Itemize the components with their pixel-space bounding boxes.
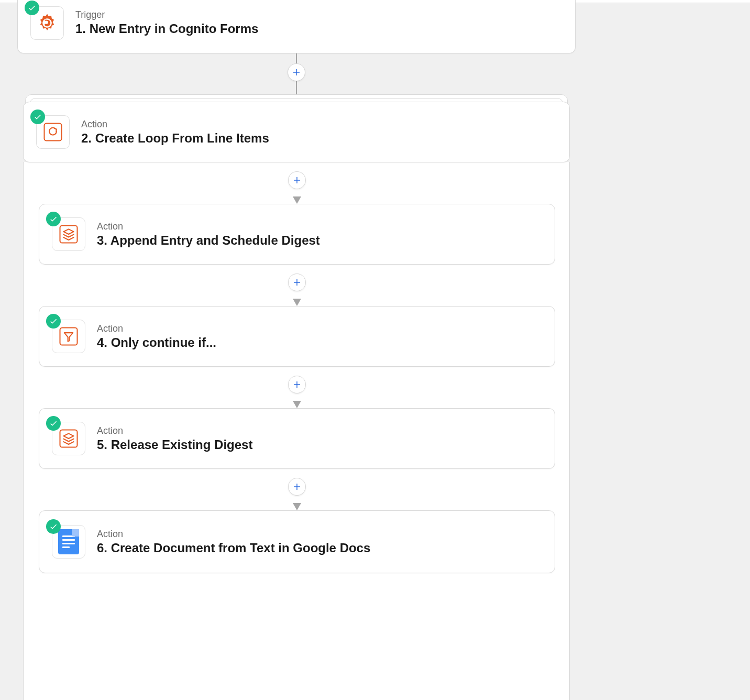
step-type-label: Action (97, 425, 252, 436)
add-step-button[interactable] (288, 478, 306, 496)
step-title: 2. Create Loop From Line Items (81, 131, 269, 146)
step-trigger[interactable]: Trigger 1. New Entry in Cognito Forms (17, 0, 576, 53)
step-text: Trigger 1. New Entry in Cognito Forms (75, 9, 258, 36)
workflow-canvas: Trigger 1. New Entry in Cognito Forms Ac… (0, 0, 750, 700)
app-icon-google-docs (52, 525, 85, 559)
status-check-icon (25, 1, 39, 15)
google-docs-icon (58, 529, 79, 554)
step-text: Action 5. Release Existing Digest (97, 425, 252, 452)
arrow-down-icon (293, 401, 301, 408)
step-title: 3. Append Entry and Schedule Digest (97, 233, 320, 248)
step-text: Action 6. Create Document from Text in G… (97, 529, 370, 555)
status-check-icon (46, 416, 61, 431)
step-title: 6. Create Document from Text in Google D… (97, 541, 370, 555)
step-action-google-docs[interactable]: Action 6. Create Document from Text in G… (39, 510, 555, 573)
status-check-icon (46, 212, 61, 226)
step-title: 4. Only continue if... (97, 335, 216, 350)
step-type-label: Action (97, 221, 320, 232)
app-icon-cognito (30, 6, 64, 40)
plus-icon (292, 482, 302, 491)
step-loop[interactable]: Action 2. Create Loop From Line Items (23, 102, 570, 162)
step-text: Action 3. Append Entry and Schedule Dige… (97, 221, 320, 248)
plus-icon (292, 278, 302, 287)
step-text: Action 4. Only continue if... (97, 323, 216, 350)
step-action-release-digest[interactable]: Action 5. Release Existing Digest (39, 408, 555, 469)
step-action-filter[interactable]: Action 4. Only continue if... (39, 306, 555, 367)
step-type-label: Action (97, 529, 370, 540)
add-step-button[interactable] (288, 274, 306, 291)
status-check-icon (30, 110, 45, 124)
app-icon-loop (36, 115, 70, 149)
app-icon-filter (52, 320, 85, 353)
step-action-append-digest[interactable]: Action 3. Append Entry and Schedule Dige… (39, 204, 555, 265)
digest-stack-icon (57, 427, 80, 450)
cognito-gear-icon (36, 12, 59, 35)
plus-icon (292, 380, 302, 389)
arrow-down-icon (293, 299, 301, 306)
add-step-button[interactable] (288, 376, 306, 393)
step-type-label: Action (97, 323, 216, 334)
step-text: Action 2. Create Loop From Line Items (81, 119, 269, 146)
app-icon-digest (52, 422, 85, 455)
svg-rect-0 (45, 124, 62, 141)
loop-icon (41, 121, 64, 144)
plus-icon (292, 68, 301, 77)
svg-rect-2 (60, 328, 78, 345)
status-check-icon (46, 314, 61, 329)
step-title: 5. Release Existing Digest (97, 438, 252, 452)
arrow-down-icon (293, 503, 301, 510)
add-step-button[interactable] (288, 171, 306, 189)
step-type-label: Action (81, 119, 269, 130)
status-check-icon (46, 519, 61, 534)
plus-icon (292, 176, 302, 185)
digest-stack-icon (57, 223, 80, 246)
filter-icon (57, 325, 80, 348)
step-type-label: Trigger (75, 9, 258, 20)
app-icon-digest (52, 217, 85, 251)
add-step-button[interactable] (288, 63, 305, 81)
step-title: 1. New Entry in Cognito Forms (75, 21, 258, 36)
arrow-down-icon (293, 196, 301, 204)
